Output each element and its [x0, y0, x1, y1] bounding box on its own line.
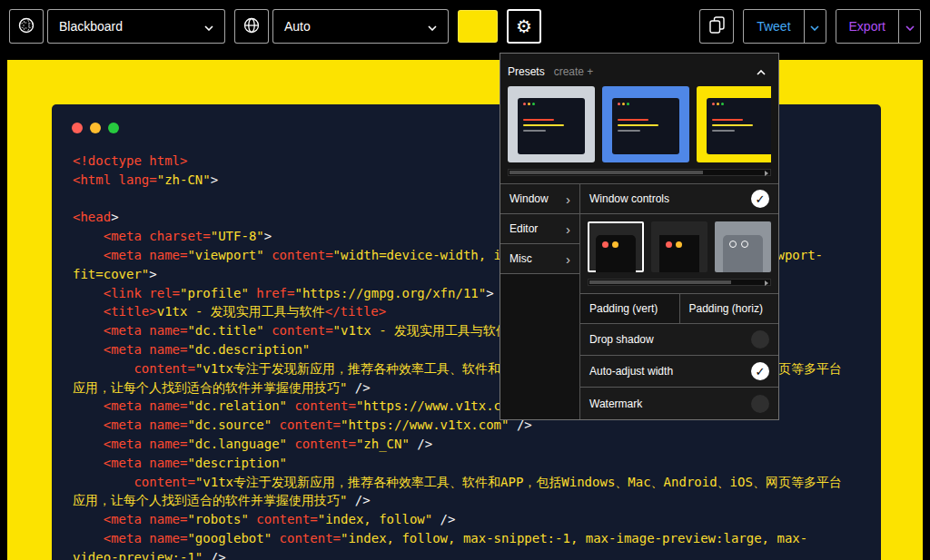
code-line: 应用，让每个人找到适合的软件并掌握使用技巧" />	[73, 491, 868, 510]
window-style-options	[588, 221, 771, 272]
setting-label: Watermark	[589, 398, 642, 410]
setting-row-auto-adjust-width: Auto-adjust width✓	[580, 356, 778, 388]
presets-section: Presets create +	[500, 54, 778, 183]
scrollbar-thumb[interactable]	[589, 280, 731, 284]
preset-thumbnail-blue[interactable]	[602, 86, 689, 162]
padding-row: Padding (vert) Padding (horiz)	[580, 294, 778, 324]
chevron-right-icon: ›	[566, 192, 570, 206]
setting-toggle[interactable]	[751, 395, 769, 413]
window-styles-scrollbar[interactable]	[588, 279, 771, 286]
chevron-up-icon	[757, 65, 766, 78]
menu-item-label: Window	[510, 192, 549, 205]
setting-toggle[interactable]	[751, 330, 769, 349]
tweet-dropdown-button[interactable]	[804, 10, 826, 43]
code-line: video-preview:-1" />	[73, 548, 868, 560]
window-style-preview	[723, 235, 763, 272]
language-select-group: Auto	[234, 9, 449, 44]
code-line: <meta name="description"	[73, 454, 868, 473]
scrollbar-thumb[interactable]	[510, 171, 703, 174]
setting-toggle[interactable]: ✓	[751, 362, 769, 380]
window-controls-toggle[interactable]: ✓	[751, 190, 769, 208]
menu-item-label: Editor	[510, 222, 538, 235]
settings-main: Window›Editor›Misc› Window controls ✓ Pa…	[500, 183, 778, 419]
preset-thumbnail-yellow[interactable]	[697, 86, 771, 162]
preset-thumbnail-gray[interactable]	[508, 86, 595, 162]
export-button[interactable]: Export	[836, 10, 898, 43]
code-line: <meta name="dc.language" content="zh_CN"…	[73, 435, 868, 454]
language-select-value: Auto	[284, 19, 311, 34]
window-style-outline-bw[interactable]	[715, 221, 771, 272]
setting-row-drop-shadow: Drop shadow	[580, 324, 778, 356]
scrollbar-arrow-right-icon[interactable]	[765, 280, 768, 286]
window-styles-area	[580, 214, 778, 294]
window-controls-row: Window controls ✓	[580, 184, 778, 214]
chevron-down-icon	[204, 19, 213, 34]
toolbar-right-group: Tweet Export	[699, 9, 921, 44]
menu-filler	[500, 274, 579, 419]
presets-create-link[interactable]: create +	[554, 65, 594, 78]
scrollbar-arrow-right-icon[interactable]	[765, 171, 768, 176]
copy-button[interactable]	[699, 9, 734, 44]
chevron-right-icon: ›	[566, 252, 570, 266]
globe-icon	[242, 16, 261, 37]
theme-select-group: Blackboard	[9, 9, 225, 44]
settings-panel: Presets create + Window›Editor›Misc› Win…	[500, 53, 779, 420]
window-style-preview	[596, 235, 636, 272]
chevron-down-icon	[905, 20, 915, 34]
menu-item-editor[interactable]: Editor›	[500, 214, 579, 244]
chevron-down-icon	[810, 20, 819, 34]
preset-mini-window	[518, 98, 585, 154]
window-controls-label: Window controls	[589, 192, 669, 205]
presets-title: Presets	[508, 65, 545, 78]
carbon-app: Blackboard Auto	[0, 0, 930, 560]
window-style-sharp-color[interactable]	[651, 221, 707, 272]
minimize-dot-icon	[90, 123, 101, 133]
preset-thumbnails	[508, 86, 771, 162]
chevron-right-icon: ›	[566, 222, 570, 236]
toolbar: Blackboard Auto	[0, 0, 930, 53]
menu-item-label: Misc	[510, 252, 532, 265]
copy-icon	[709, 16, 725, 36]
tweet-split-button: Tweet	[743, 9, 826, 44]
setting-row-watermark: Watermark	[580, 388, 778, 419]
padding-vert-button[interactable]: Padding (vert)	[580, 294, 680, 323]
code-line: content="v1tx专注于发现新应用，推荐各种效率工具、软件和APP，包括…	[73, 473, 868, 492]
window-style-preview	[659, 235, 699, 272]
close-dot-icon	[72, 123, 83, 133]
presets-header: Presets create +	[508, 61, 771, 83]
gear-icon: ⚙	[516, 17, 532, 35]
language-select[interactable]: Auto	[272, 9, 449, 44]
maximize-dot-icon	[108, 123, 119, 133]
menu-item-window[interactable]: Window›	[500, 184, 579, 214]
menu-item-misc[interactable]: Misc›	[500, 244, 579, 274]
padding-horiz-button[interactable]: Padding (horiz)	[680, 294, 779, 323]
export-canvas: <!doctype html><html lang="zh-CN"> <head…	[7, 60, 923, 560]
preset-mini-window	[612, 98, 679, 154]
code-line: <meta name="robots" content="index, foll…	[73, 510, 868, 529]
presets-collapse-button[interactable]	[751, 65, 771, 78]
theme-sphere-icon	[17, 16, 35, 37]
setting-label: Drop shadow	[589, 333, 654, 346]
tweet-button[interactable]: Tweet	[744, 10, 803, 43]
settings-rows: Drop shadowAuto-adjust width✓Watermark	[580, 324, 778, 419]
theme-sphere-button[interactable]	[9, 9, 44, 44]
window-style-rounded-color[interactable]	[588, 221, 644, 272]
panel-content: Window controls ✓ Padding (vert) Padding…	[580, 184, 778, 419]
presets-scrollbar[interactable]	[508, 169, 771, 176]
background-color-swatch[interactable]	[458, 10, 498, 43]
theme-select-value: Blackboard	[59, 19, 123, 34]
export-split-button: Export	[836, 9, 921, 44]
preset-mini-window	[707, 98, 771, 154]
theme-select[interactable]: Blackboard	[47, 9, 225, 44]
chevron-down-icon	[428, 19, 437, 34]
export-dropdown-button[interactable]	[898, 10, 920, 43]
settings-gear-button[interactable]: ⚙	[507, 9, 541, 44]
setting-label: Auto-adjust width	[589, 365, 673, 378]
window-controls	[72, 123, 119, 133]
language-globe-button[interactable]	[234, 9, 269, 44]
code-line: <meta name="googlebot" content="index, f…	[73, 529, 868, 548]
panel-menu: Window›Editor›Misc›	[500, 184, 580, 419]
